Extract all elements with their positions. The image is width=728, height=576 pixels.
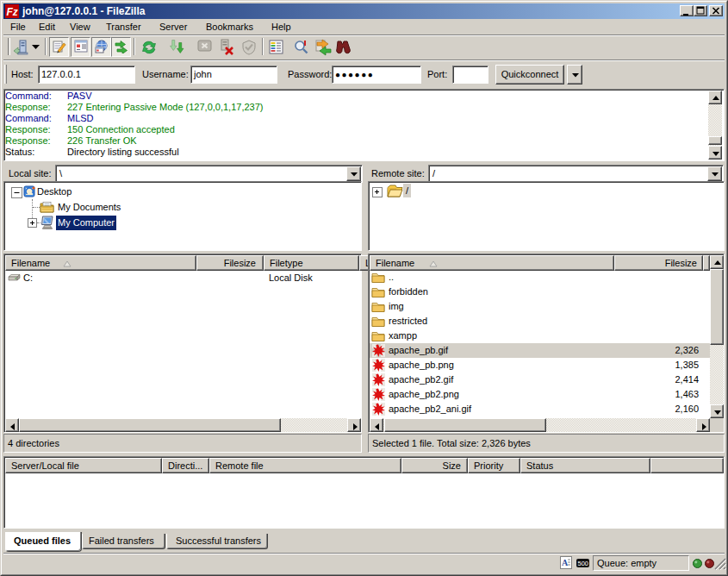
svg-text:500: 500 — [578, 560, 589, 567]
svg-text:Fz: Fz — [7, 6, 18, 18]
svg-text:A: A — [562, 558, 569, 567]
